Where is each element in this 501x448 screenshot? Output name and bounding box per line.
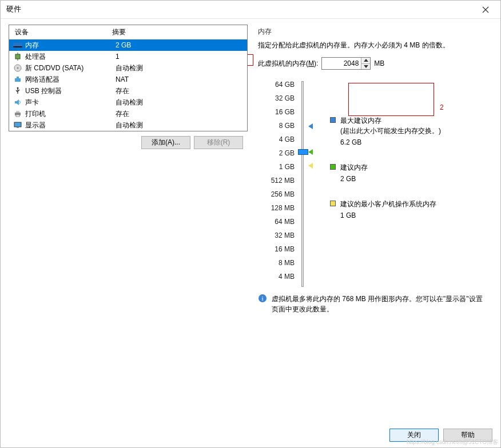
- svg-rect-8: [17, 77, 19, 78]
- device-summary: 自动检测: [116, 121, 143, 130]
- legend-rec-title: 建议内存: [340, 162, 368, 173]
- green-square-icon: [330, 164, 336, 170]
- svg-rect-1: [13, 46, 22, 47]
- memory-unit: MB: [374, 59, 384, 67]
- svg-point-9: [17, 87, 19, 89]
- device-summary: 存在: [116, 109, 129, 119]
- device-summary: 1: [116, 53, 120, 61]
- recommended-memory-marker-icon: [308, 149, 313, 155]
- memory-section-title: 内存: [258, 27, 489, 37]
- info-icon: i: [258, 294, 267, 303]
- tick-label: 8 MB: [258, 256, 298, 270]
- device-list-panel: 设备 摘要 内存2 GB处理器1新 CD/DVD (SATA)自动检测网络适配器…: [9, 25, 248, 131]
- display-icon: [13, 121, 23, 130]
- svg-rect-7: [15, 78, 21, 82]
- header-summary: 摘要: [112, 27, 126, 37]
- watermark: https://blog.csdn.net/h@51CTO博客: [407, 438, 498, 446]
- device-name: 内存: [25, 41, 116, 50]
- memory-slider-thumb[interactable]: [298, 149, 308, 155]
- tick-label: 32 MB: [258, 229, 298, 242]
- svg-marker-10: [15, 99, 19, 105]
- device-row[interactable]: USB 控制器存在: [9, 85, 247, 97]
- svg-marker-16: [364, 59, 368, 62]
- memory-spinbox[interactable]: [321, 57, 371, 70]
- tick-label: 64 MB: [258, 215, 298, 229]
- disc-icon: [13, 63, 23, 73]
- device-summary: 自动检测: [116, 98, 143, 107]
- svg-marker-17: [364, 65, 368, 68]
- svg-rect-14: [14, 122, 21, 127]
- spin-up-icon[interactable]: [361, 58, 370, 64]
- device-row[interactable]: 网络适配器NAT: [9, 74, 247, 85]
- remove-button[interactable]: 移除(R): [194, 136, 243, 149]
- add-button[interactable]: 添加(A)...: [141, 136, 190, 149]
- memory-amount-label: 此虚拟机的内存(M):: [258, 59, 318, 69]
- device-row[interactable]: 处理器1: [9, 51, 247, 62]
- tick-label: 16 MB: [258, 242, 298, 256]
- min-memory-marker-icon: [308, 163, 313, 169]
- tick-label: 256 MB: [258, 187, 298, 201]
- yellow-square-icon: [330, 201, 336, 206]
- tick-label: 4 GB: [258, 133, 298, 146]
- device-row[interactable]: 声卡自动检测: [9, 97, 247, 108]
- network-icon: [13, 75, 23, 84]
- device-summary: 自动检测: [116, 63, 143, 73]
- sound-icon: [13, 98, 23, 107]
- memory-input[interactable]: [322, 58, 361, 69]
- device-list-header: 设备 摘要: [9, 25, 247, 39]
- tick-label: 512 MB: [258, 174, 298, 187]
- legend-max-value: 6.2 GB: [330, 138, 489, 146]
- annotation-2: 2: [440, 103, 444, 111]
- memory-panel: 内存 指定分配给此虚拟机的内存量。内存大小必须为 4 MB 的倍数。 此虚拟机的…: [255, 25, 492, 314]
- device-row[interactable]: 内存2 GB: [9, 39, 247, 51]
- tick-label: 64 GB: [258, 78, 298, 91]
- device-name: 显示器: [25, 121, 116, 130]
- svg-rect-15: [17, 127, 19, 128]
- legend-min-title: 建议的最小客户机操作系统内存: [340, 199, 436, 209]
- printer-icon: [13, 109, 23, 118]
- tick-label: 1 GB: [258, 160, 298, 174]
- device-name: 声卡: [25, 98, 116, 107]
- legend-min-value: 1 GB: [330, 211, 489, 219]
- tick-label: 8 GB: [258, 119, 298, 133]
- tick-label: 16 GB: [258, 105, 298, 119]
- device-name: 处理器: [25, 52, 116, 62]
- info-text: 虚拟机最多将此内存的 768 MB 用作图形内存。您可以在"显示器"设置页面中更…: [272, 294, 489, 314]
- svg-rect-2: [15, 54, 20, 59]
- blue-square-icon: [330, 117, 336, 123]
- device-name: 打印机: [25, 109, 116, 119]
- titlebar: 硬件: [1, 1, 500, 19]
- header-device: 设备: [9, 27, 112, 37]
- svg-point-6: [17, 67, 19, 69]
- memory-slider-ticks: 64 GB32 GB16 GB8 GB4 GB2 GB1 GB512 MB256…: [258, 78, 298, 283]
- close-icon[interactable]: [476, 1, 495, 19]
- device-name: 网络适配器: [25, 75, 116, 85]
- device-summary: 2 GB: [116, 41, 131, 49]
- tick-label: 128 MB: [258, 201, 298, 215]
- tick-label: 2 GB: [258, 146, 298, 160]
- spin-down-icon[interactable]: [361, 64, 370, 70]
- device-name: USB 控制器: [25, 86, 116, 96]
- svg-text:i: i: [261, 295, 263, 302]
- usb-icon: [13, 86, 23, 95]
- tick-label: 32 GB: [258, 91, 298, 105]
- window-title: 硬件: [6, 5, 21, 14]
- svg-rect-12: [16, 111, 19, 113]
- tick-label: 4 MB: [258, 270, 298, 283]
- device-summary: 存在: [116, 86, 129, 96]
- legend-rec-value: 2 GB: [330, 175, 489, 183]
- legend-max-note: (超出此大小可能发生内存交换。): [340, 126, 441, 136]
- memory-legend: 最大建议内存 (超出此大小可能发生内存交换。) 6.2 GB 建议内存 2 GB: [313, 78, 489, 283]
- device-row[interactable]: 显示器自动检测: [9, 119, 247, 131]
- device-name: 新 CD/DVD (SATA): [25, 63, 116, 73]
- device-row[interactable]: 打印机存在: [9, 108, 247, 119]
- device-row[interactable]: 新 CD/DVD (SATA)自动检测: [9, 62, 247, 74]
- svg-rect-13: [16, 115, 19, 117]
- cpu-icon: [13, 52, 23, 61]
- memory-icon: [13, 41, 23, 50]
- legend-max-title: 最大建议内存: [340, 115, 441, 126]
- memory-description: 指定分配给此虚拟机的内存量。内存大小必须为 4 MB 的倍数。: [258, 40, 489, 50]
- device-summary: NAT: [116, 75, 129, 83]
- max-memory-marker-icon: [308, 123, 313, 129]
- memory-slider-track[interactable]: [298, 78, 313, 283]
